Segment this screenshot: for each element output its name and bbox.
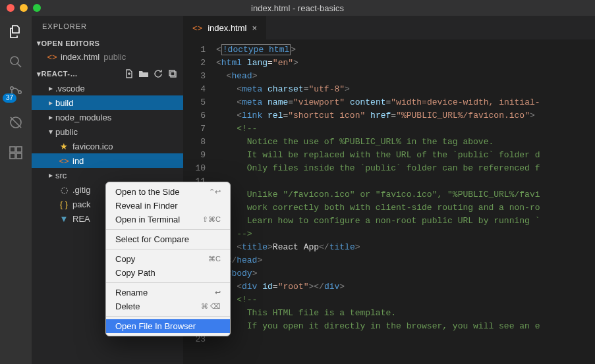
menu-item-shortcut: ⌘ ⌫ (201, 302, 221, 311)
tree-item-label: .vscode (55, 84, 85, 93)
collapse-icon[interactable] (167, 68, 178, 79)
svg-rect-7 (10, 153, 15, 159)
svg-rect-6 (16, 147, 22, 152)
svg-rect-5 (10, 147, 15, 152)
git-file-icon: ◌ (58, 184, 70, 195)
open-editors-label: OPEN EDITORS (42, 39, 179, 47)
tree-item-label: src (55, 170, 67, 180)
open-editor-label: index.html (61, 52, 99, 62)
json-file-icon: { } (58, 198, 70, 210)
tree-item-label: node_modules (55, 113, 111, 122)
window-titlebar[interactable]: index.html - react-basics (0, 0, 595, 16)
menu-item-label: Select for Compare (115, 234, 189, 244)
chevron-right-icon: ▸ (46, 84, 55, 93)
menu-separator (106, 316, 230, 317)
code-content[interactable]: <!doctype html><html lang="en"> <head> <… (212, 39, 595, 364)
folder-row[interactable]: ▾public (32, 124, 183, 139)
folder-row[interactable]: ▸src (32, 168, 183, 182)
html-file-icon: <> (46, 51, 58, 63)
project-header[interactable]: ▾ REACT-… (32, 66, 183, 81)
folder-row[interactable]: ▸node_modules (32, 110, 183, 124)
svg-rect-8 (16, 153, 22, 159)
menu-separator (106, 249, 230, 249)
tree-item-label: pack (72, 199, 90, 209)
tab-index-html[interactable]: <> index.html × (183, 16, 267, 39)
menu-item[interactable]: Reveal in Finder (106, 199, 230, 213)
svg-rect-10 (171, 72, 176, 77)
menu-item[interactable]: Open File In Browser (106, 319, 230, 333)
menu-item-shortcut: ⌘C (208, 255, 221, 263)
star-file-icon: ★ (58, 140, 70, 152)
tree-item-label: .gitig (72, 185, 90, 195)
search-icon[interactable] (7, 53, 25, 71)
extensions-icon[interactable] (7, 143, 25, 162)
menu-item[interactable]: Open in Terminal⇧⌘C (106, 213, 230, 226)
chevron-right-icon: ▸ (46, 170, 55, 180)
tree-item-label: build (55, 98, 73, 108)
html-file-icon: <> (58, 155, 70, 167)
close-tab-icon[interactable]: × (252, 23, 257, 33)
project-label: REACT-… (42, 70, 125, 78)
menu-item-label: Rename (115, 288, 148, 298)
svg-point-1 (11, 87, 13, 90)
window-title: index.html - react-basics (0, 3, 595, 13)
svg-point-2 (11, 95, 13, 97)
editor-tabs: <> index.html × (183, 16, 595, 39)
tab-label: index.html (208, 23, 246, 33)
open-editors-header[interactable]: ▾ OPEN EDITORS (32, 37, 183, 49)
file-context-menu: Open to the Side⌃↩Reveal in FinderOpen i… (105, 182, 231, 336)
activity-bar (0, 16, 32, 364)
refresh-icon[interactable] (153, 68, 163, 79)
code-area[interactable]: 1234567891011121314151617181920212223 <!… (183, 39, 595, 364)
menu-item-shortcut: ⇧⌘C (202, 215, 221, 224)
source-control-icon[interactable] (7, 83, 25, 101)
menu-item-label: Delete (115, 301, 140, 311)
chevron-down-icon: ▾ (46, 127, 55, 136)
tree-item-label: REA (72, 214, 90, 224)
open-editor-item[interactable]: <> index.html public (32, 49, 183, 64)
svg-rect-9 (169, 70, 175, 76)
folder-row[interactable]: ▸.vscode (32, 81, 183, 95)
menu-separator (106, 229, 230, 230)
tree-item-label: public (55, 127, 78, 137)
new-folder-icon[interactable] (138, 68, 149, 79)
menu-item[interactable]: Copy⌘C (106, 252, 230, 266)
readme-file-icon: ▼ (58, 213, 70, 224)
chevron-right-icon: ▸ (46, 98, 55, 107)
html-file-icon: <> (192, 23, 202, 33)
open-editor-dir: public (103, 52, 126, 62)
menu-item-label: Open to the Side (115, 187, 180, 197)
menu-item-label: Reveal in Finder (115, 201, 178, 211)
menu-item-shortcut: ↩ (215, 288, 221, 297)
chevron-right-icon: ▸ (46, 113, 55, 122)
menu-item[interactable]: Select for Compare (106, 232, 230, 246)
menu-item[interactable]: Delete⌘ ⌫ (106, 299, 230, 313)
debug-icon[interactable] (7, 113, 25, 132)
file-row[interactable]: <>ind (32, 153, 183, 168)
files-icon[interactable] (7, 22, 25, 41)
menu-item[interactable]: Rename↩ (106, 286, 230, 299)
menu-separator (106, 282, 230, 283)
svg-point-0 (11, 57, 18, 65)
sidebar-title: EXPLORER (32, 16, 183, 37)
file-row[interactable]: ★favicon.ico (32, 139, 183, 153)
tree-item-label: ind (72, 156, 84, 166)
menu-item-shortcut: ⌃↩ (209, 188, 221, 196)
menu-item-label: Open File In Browser (115, 321, 196, 331)
menu-item-label: Copy Path (115, 268, 156, 278)
folder-row[interactable]: ▸build (32, 95, 183, 110)
menu-item[interactable]: Open to the Side⌃↩ (106, 185, 230, 199)
menu-item[interactable]: Copy Path (106, 266, 230, 280)
menu-item-label: Copy (115, 254, 135, 264)
new-file-icon[interactable] (124, 68, 134, 79)
menu-item-label: Open in Terminal (115, 215, 180, 224)
editor-area: <> index.html × 123456789101112131415161… (183, 16, 595, 364)
project-header-tools (124, 68, 178, 79)
tree-item-label: favicon.ico (72, 142, 113, 151)
